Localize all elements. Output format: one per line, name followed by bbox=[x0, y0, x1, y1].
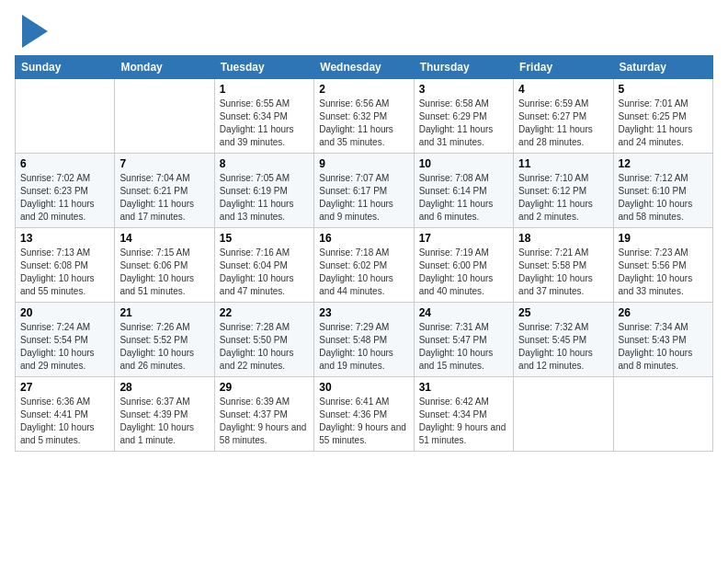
day-detail: Sunrise: 6:41 AM Sunset: 4:36 PM Dayligh… bbox=[319, 396, 408, 447]
day-detail: Sunrise: 7:04 AM Sunset: 6:21 PM Dayligh… bbox=[119, 172, 209, 224]
day-detail: Sunrise: 7:23 AM Sunset: 5:56 PM Dayligh… bbox=[619, 247, 708, 298]
day-detail: Sunrise: 7:29 AM Sunset: 5:48 PM Dayligh… bbox=[319, 321, 408, 373]
weekday-header-friday: Friday bbox=[514, 56, 613, 79]
day-number: 6 bbox=[20, 157, 109, 170]
day-detail: Sunrise: 7:10 AM Sunset: 6:12 PM Dayligh… bbox=[518, 172, 608, 224]
calendar-cell: 26Sunrise: 7:34 AM Sunset: 5:43 PM Dayli… bbox=[613, 303, 712, 377]
day-detail: Sunrise: 6:42 AM Sunset: 4:34 PM Dayligh… bbox=[419, 396, 508, 447]
calendar-week-4: 20Sunrise: 7:24 AM Sunset: 5:54 PM Dayli… bbox=[16, 303, 713, 377]
calendar-cell: 4Sunrise: 6:59 AM Sunset: 6:27 PM Daylig… bbox=[514, 79, 613, 154]
weekday-header-sunday: Sunday bbox=[16, 56, 115, 79]
day-detail: Sunrise: 7:01 AM Sunset: 6:25 PM Dayligh… bbox=[619, 98, 708, 149]
calendar-cell: 8Sunrise: 7:05 AM Sunset: 6:19 PM Daylig… bbox=[214, 154, 313, 228]
day-number: 7 bbox=[119, 157, 209, 170]
day-number: 21 bbox=[119, 306, 209, 319]
day-number: 27 bbox=[20, 381, 109, 394]
calendar-cell bbox=[514, 377, 613, 452]
calendar-cell: 1Sunrise: 6:55 AM Sunset: 6:34 PM Daylig… bbox=[214, 79, 313, 154]
day-detail: Sunrise: 6:56 AM Sunset: 6:32 PM Dayligh… bbox=[319, 98, 408, 149]
weekday-header-tuesday: Tuesday bbox=[214, 56, 313, 79]
day-number: 3 bbox=[419, 83, 508, 96]
day-detail: Sunrise: 6:37 AM Sunset: 4:39 PM Dayligh… bbox=[119, 396, 209, 447]
calendar-cell: 22Sunrise: 7:28 AM Sunset: 5:50 PM Dayli… bbox=[214, 303, 313, 377]
day-number: 13 bbox=[20, 232, 109, 245]
day-detail: Sunrise: 6:36 AM Sunset: 4:41 PM Dayligh… bbox=[20, 396, 109, 447]
day-number: 28 bbox=[119, 381, 209, 394]
weekday-header-saturday: Saturday bbox=[613, 56, 712, 79]
weekday-header-thursday: Thursday bbox=[414, 56, 513, 79]
calendar-cell: 16Sunrise: 7:18 AM Sunset: 6:02 PM Dayli… bbox=[314, 228, 414, 303]
day-detail: Sunrise: 7:16 AM Sunset: 6:04 PM Dayligh… bbox=[220, 247, 309, 298]
day-detail: Sunrise: 6:58 AM Sunset: 6:29 PM Dayligh… bbox=[419, 98, 508, 149]
logo bbox=[15, 15, 48, 48]
day-number: 9 bbox=[319, 157, 408, 170]
day-detail: Sunrise: 6:55 AM Sunset: 6:34 PM Dayligh… bbox=[220, 98, 309, 149]
day-detail: Sunrise: 6:59 AM Sunset: 6:27 PM Dayligh… bbox=[518, 98, 608, 149]
calendar-cell: 11Sunrise: 7:10 AM Sunset: 6:12 PM Dayli… bbox=[514, 154, 613, 228]
day-number: 20 bbox=[20, 306, 109, 319]
day-number: 29 bbox=[220, 381, 309, 394]
calendar-cell: 3Sunrise: 6:58 AM Sunset: 6:29 PM Daylig… bbox=[414, 79, 513, 154]
day-number: 11 bbox=[518, 157, 608, 170]
day-number: 8 bbox=[220, 157, 309, 170]
calendar-cell: 15Sunrise: 7:16 AM Sunset: 6:04 PM Dayli… bbox=[214, 228, 313, 303]
calendar-cell: 31Sunrise: 6:42 AM Sunset: 4:34 PM Dayli… bbox=[414, 377, 513, 452]
day-number: 14 bbox=[119, 232, 209, 245]
day-number: 1 bbox=[220, 83, 309, 96]
calendar-cell: 27Sunrise: 6:36 AM Sunset: 4:41 PM Dayli… bbox=[16, 377, 115, 452]
calendar-cell: 10Sunrise: 7:08 AM Sunset: 6:14 PM Dayli… bbox=[414, 154, 513, 228]
day-number: 12 bbox=[619, 157, 708, 170]
calendar-cell: 2Sunrise: 6:56 AM Sunset: 6:32 PM Daylig… bbox=[314, 79, 414, 154]
day-number: 30 bbox=[319, 381, 408, 394]
weekday-header-wednesday: Wednesday bbox=[314, 56, 414, 79]
day-number: 15 bbox=[220, 232, 309, 245]
day-number: 25 bbox=[518, 306, 608, 319]
day-number: 17 bbox=[419, 232, 508, 245]
day-number: 5 bbox=[619, 83, 708, 96]
calendar-cell: 25Sunrise: 7:32 AM Sunset: 5:45 PM Dayli… bbox=[514, 303, 613, 377]
day-detail: Sunrise: 7:24 AM Sunset: 5:54 PM Dayligh… bbox=[20, 321, 109, 373]
calendar-week-2: 6Sunrise: 7:02 AM Sunset: 6:23 PM Daylig… bbox=[16, 154, 713, 228]
calendar-cell: 24Sunrise: 7:31 AM Sunset: 5:47 PM Dayli… bbox=[414, 303, 513, 377]
calendar-cell: 28Sunrise: 6:37 AM Sunset: 4:39 PM Dayli… bbox=[115, 377, 214, 452]
page-header bbox=[15, 15, 713, 48]
day-number: 2 bbox=[319, 83, 408, 96]
calendar-cell bbox=[16, 79, 115, 154]
logo-icon bbox=[22, 15, 48, 48]
calendar-cell: 21Sunrise: 7:26 AM Sunset: 5:52 PM Dayli… bbox=[115, 303, 214, 377]
calendar-cell: 30Sunrise: 6:41 AM Sunset: 4:36 PM Dayli… bbox=[314, 377, 414, 452]
calendar-cell: 6Sunrise: 7:02 AM Sunset: 6:23 PM Daylig… bbox=[16, 154, 115, 228]
weekday-row: SundayMondayTuesdayWednesdayThursdayFrid… bbox=[16, 56, 713, 79]
calendar-cell: 17Sunrise: 7:19 AM Sunset: 6:00 PM Dayli… bbox=[414, 228, 513, 303]
calendar-cell: 20Sunrise: 7:24 AM Sunset: 5:54 PM Dayli… bbox=[16, 303, 115, 377]
day-number: 18 bbox=[518, 232, 608, 245]
calendar-week-1: 1Sunrise: 6:55 AM Sunset: 6:34 PM Daylig… bbox=[16, 79, 713, 154]
day-number: 31 bbox=[419, 381, 508, 394]
day-detail: Sunrise: 7:34 AM Sunset: 5:43 PM Dayligh… bbox=[619, 321, 708, 373]
day-detail: Sunrise: 7:19 AM Sunset: 6:00 PM Dayligh… bbox=[419, 247, 508, 298]
day-number: 4 bbox=[518, 83, 608, 96]
day-detail: Sunrise: 7:12 AM Sunset: 6:10 PM Dayligh… bbox=[619, 172, 708, 224]
calendar-cell: 23Sunrise: 7:29 AM Sunset: 5:48 PM Dayli… bbox=[314, 303, 414, 377]
day-detail: Sunrise: 7:05 AM Sunset: 6:19 PM Dayligh… bbox=[220, 172, 309, 224]
svg-marker-0 bbox=[22, 15, 48, 48]
day-number: 26 bbox=[619, 306, 708, 319]
day-detail: Sunrise: 7:32 AM Sunset: 5:45 PM Dayligh… bbox=[518, 321, 608, 373]
calendar-cell: 7Sunrise: 7:04 AM Sunset: 6:21 PM Daylig… bbox=[115, 154, 214, 228]
calendar-cell: 29Sunrise: 6:39 AM Sunset: 4:37 PM Dayli… bbox=[214, 377, 313, 452]
day-detail: Sunrise: 6:39 AM Sunset: 4:37 PM Dayligh… bbox=[220, 396, 309, 447]
day-detail: Sunrise: 7:13 AM Sunset: 6:08 PM Dayligh… bbox=[20, 247, 109, 298]
calendar-cell: 14Sunrise: 7:15 AM Sunset: 6:06 PM Dayli… bbox=[115, 228, 214, 303]
day-detail: Sunrise: 7:08 AM Sunset: 6:14 PM Dayligh… bbox=[419, 172, 508, 224]
day-number: 23 bbox=[319, 306, 408, 319]
calendar-cell: 18Sunrise: 7:21 AM Sunset: 5:58 PM Dayli… bbox=[514, 228, 613, 303]
weekday-header-monday: Monday bbox=[115, 56, 214, 79]
calendar-cell bbox=[613, 377, 712, 452]
calendar-cell: 5Sunrise: 7:01 AM Sunset: 6:25 PM Daylig… bbox=[613, 79, 712, 154]
day-number: 24 bbox=[419, 306, 508, 319]
calendar-cell: 19Sunrise: 7:23 AM Sunset: 5:56 PM Dayli… bbox=[613, 228, 712, 303]
calendar-table: SundayMondayTuesdayWednesdayThursdayFrid… bbox=[15, 55, 713, 452]
day-detail: Sunrise: 7:31 AM Sunset: 5:47 PM Dayligh… bbox=[419, 321, 508, 373]
calendar-week-5: 27Sunrise: 6:36 AM Sunset: 4:41 PM Dayli… bbox=[16, 377, 713, 452]
day-number: 22 bbox=[220, 306, 309, 319]
